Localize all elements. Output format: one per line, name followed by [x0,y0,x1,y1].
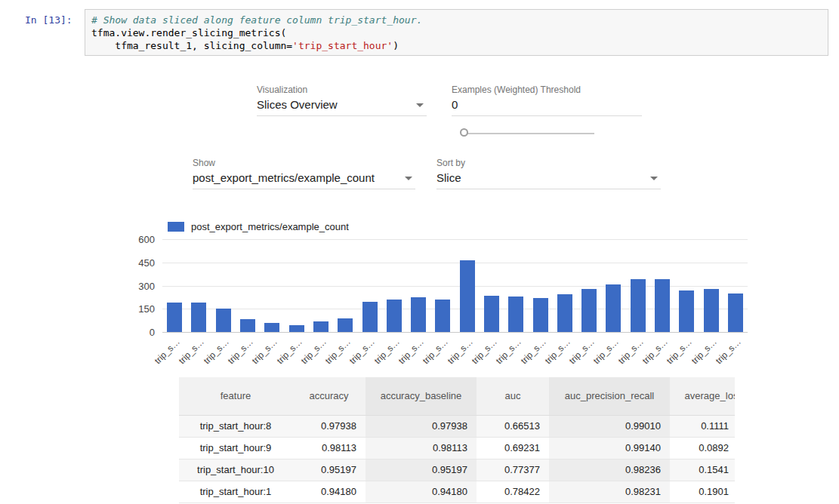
sort-by-select[interactable]: Slice [436,170,661,189]
bar-slot [309,239,333,332]
chart-bar[interactable] [264,323,279,332]
table-cell: trip_start_hour:1 [179,481,292,502]
table-cell: 0.77377 [477,459,549,481]
chart-bar[interactable] [167,303,182,332]
bar-slot [626,239,650,332]
bar-chart [162,239,748,332]
table-cell: 0.1901 [670,481,735,502]
bar-slot [333,239,357,332]
chart-bar[interactable] [557,294,572,332]
chart-bar[interactable] [313,321,329,332]
code-line: tfma.view.render_slicing_metrics( [91,26,822,39]
chart-bar[interactable] [508,297,523,332]
bar-slot [284,239,308,332]
table-cell: 0.1541 [670,459,735,481]
bar-slot [236,239,260,332]
code-cell[interactable]: # Show data sliced along feature column … [85,9,828,56]
legend-label: post_export_metrics/example_count [191,221,349,232]
chart-bar[interactable] [411,297,426,332]
sort-by-value: Slice [436,171,461,184]
table-cell: 0.98236 [549,459,670,481]
y-axis-label: 450 [125,257,155,269]
bar-slot [723,239,748,332]
bar-slot [382,239,406,332]
threshold-input[interactable]: 0 [452,97,642,116]
table-cell: 0.97938 [366,415,477,437]
chart-bar[interactable] [460,260,475,332]
chart-bar[interactable] [435,300,450,332]
sort-by-label: Sort by [436,158,465,168]
show-select[interactable]: post_export_metrics/example_count [193,170,415,189]
table-row[interactable]: trip_start_hour:90.981130.981130.692310.… [179,437,735,459]
show-value: post_export_metrics/example_count [193,171,375,184]
table-row[interactable]: trip_start_hour:10.941800.941800.784220.… [179,481,735,502]
visualization-select[interactable]: Slices Overview [257,97,427,116]
bar-slot [504,239,528,332]
chart-bar[interactable] [679,290,694,332]
bar-slot [674,239,699,332]
chart-bar[interactable] [581,289,597,332]
table-cell: 0.99140 [549,437,670,459]
metrics-table: featureaccuracyaccuracy_baselineaucauc_p… [179,377,735,503]
table-cell: 0.66513 [477,415,549,437]
chart-bar[interactable] [704,289,719,332]
chevron-down-icon [416,103,424,107]
y-axis-label: 150 [125,303,155,315]
chart-bar[interactable] [191,303,206,332]
bar-slot [406,239,430,332]
visualization-value: Slices Overview [257,98,338,111]
table-cell: 0.78422 [477,481,549,502]
chart-bars [162,239,748,332]
chart-bar[interactable] [362,302,378,332]
bar-slot [699,239,723,332]
bar-slot [211,239,236,332]
code-line: tfma_result_1, slicing_column='trip_star… [91,39,822,52]
chart-bar[interactable] [387,300,402,332]
chart-bar[interactable] [338,318,353,332]
gridline [162,332,748,333]
notebook-page: In [13]: # Show data sliced along featur… [0,0,839,504]
table-cell: 0.94180 [292,481,366,502]
bar-slot [187,239,211,332]
table-cell: 0.98113 [292,437,366,459]
table-cell: trip_start_hour:10 [179,459,292,481]
table-cell: 0.95197 [366,459,477,481]
table-cell: trip_start_hour:9 [179,437,292,459]
chart-bar[interactable] [533,298,548,332]
chevron-down-icon [405,177,412,180]
bar-slot [553,239,577,332]
table-cell: 0.99010 [549,415,670,437]
table-header-cell: auc [477,377,549,415]
chart-bar[interactable] [728,293,743,332]
y-axis-label: 600 [125,234,155,245]
cell-prompt: In [13]: [25,14,72,26]
table-cell: 0.98113 [366,437,477,459]
chart-bar[interactable] [289,325,304,332]
chart-bar[interactable] [216,309,231,332]
bar-slot [480,239,504,332]
slider-knob[interactable] [460,128,468,137]
threshold-value: 0 [452,98,458,111]
table-row[interactable]: trip_start_hour:100.951970.951970.773770… [179,459,735,481]
table-cell: trip_start_hour:8 [179,415,292,437]
table-cell: 0.1111 [670,415,735,437]
bar-slot [528,239,552,332]
chart-bar[interactable] [631,279,646,332]
chart-bar[interactable] [606,284,621,332]
chart-bar[interactable] [484,296,499,332]
bar-slot [260,239,284,332]
chevron-down-icon [650,177,658,180]
chart-bar[interactable] [655,279,670,332]
bar-slot [162,239,187,332]
bar-slot [601,239,625,332]
threshold-slider[interactable] [460,128,594,139]
bar-slot [455,239,480,332]
table-cell: 0.69231 [477,437,549,459]
chart-bar[interactable] [240,319,255,332]
bar-slot [577,239,601,332]
table-row[interactable]: trip_start_hour:80.979380.979380.665130.… [179,415,735,437]
legend-swatch [168,222,184,232]
slider-track[interactable] [466,133,594,134]
code-comment: # Show data sliced along feature column … [91,14,822,26]
y-axis-label: 300 [125,281,155,292]
